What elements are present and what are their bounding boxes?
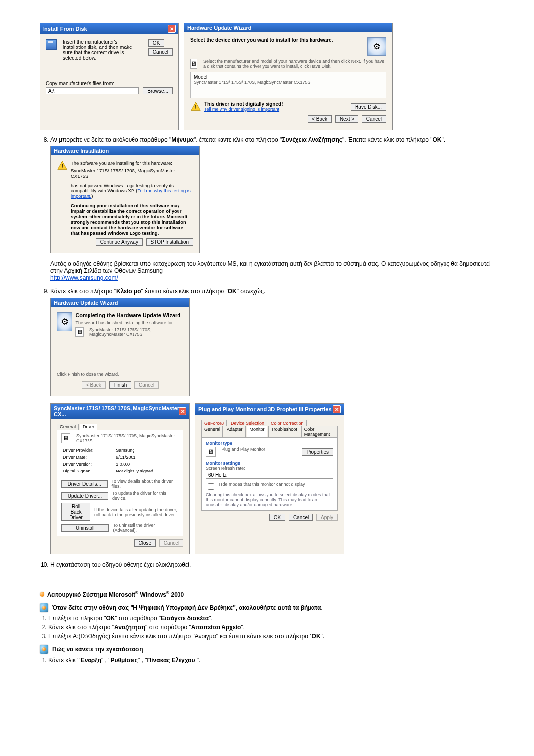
drive-select[interactable]: A:\ — [46, 87, 139, 94]
cancel-button[interactable]: Cancel — [289, 514, 313, 521]
wizard-icon: ⚙︎ — [367, 37, 386, 56]
step8-frag: Αν μπορείτε να δείτε το ακόλουθο παράθυρ… — [50, 136, 171, 143]
complete-device: SyncMaster 171S/ 175S/ 170S, MagicSyncMa… — [89, 327, 183, 337]
prov-l: Driver Provider: — [62, 447, 114, 453]
stop-install-button[interactable]: STOP Installation — [146, 238, 193, 246]
date-v: 9/11/2001 — [115, 454, 178, 460]
step8-frag: ". Έπειτα κάντε κλικ στο πλήκτρο " — [342, 136, 432, 143]
warning-icon: ! — [57, 160, 68, 171]
select-device-label: Select the device driver you want to ins… — [190, 37, 333, 43]
cancel-button[interactable]: Cancel — [362, 115, 386, 123]
tab-general[interactable]: General — [201, 426, 223, 437]
rollback-button[interactable]: Roll Back Driver — [61, 503, 90, 521]
hide-modes-checkbox[interactable] — [208, 483, 214, 490]
update-driver-button[interactable]: Update Driver... — [61, 492, 108, 500]
step-8: Αν μπορείτε να δείτε το ακόλουθο παράθυρ… — [50, 136, 494, 281]
tab-trouble[interactable]: Troubleshoot — [268, 426, 300, 437]
tab-color[interactable]: Color Correction — [268, 420, 307, 426]
hw-install-dialog: Hardware Installation ! The software you… — [50, 146, 200, 253]
select-device-hint: Select the manufacturer and model of you… — [203, 59, 386, 69]
ver-l: Driver Version: — [62, 461, 114, 467]
step-10: Η εγκατάσταση του οδηγού οθόνης έχει ολο… — [50, 561, 494, 568]
win2000-title-a: Λειτουργικό Σύστημα Microsoft — [47, 591, 135, 598]
step8-continue: Συνέχεια Αναζήτησης — [282, 136, 342, 143]
tab-adapter[interactable]: Adapter — [224, 426, 246, 437]
finish-button[interactable]: Finish — [109, 381, 132, 389]
screenshots-install-and-wizard: Install From Disk ✕ Insert the manufactu… — [40, 23, 494, 130]
cancel-button[interactable]: Cancel — [148, 48, 173, 56]
win2000-title-c: 2000 — [169, 591, 184, 598]
why-signing-link[interactable]: Tell me why driver signing is important — [204, 107, 283, 112]
ok-button[interactable]: OK — [269, 514, 285, 521]
browse-button[interactable]: Browse... — [143, 87, 173, 94]
hw-install-warn: Continuing your installation of this sof… — [71, 203, 193, 236]
model-label: Model — [194, 74, 383, 80]
hw-install-line1: The software you are installing for this… — [71, 160, 193, 166]
step8-ok: OK — [433, 136, 442, 143]
refresh-label: Screen refresh rate: — [206, 466, 333, 471]
hw-update-wizard-title: Hardware Update Wizard — [187, 25, 252, 31]
howto-step-1: Κάντε κλικ "Έναρξη" , "Ρυθμίσεις" , "Πίν… — [48, 657, 494, 663]
close-button[interactable]: Close — [134, 539, 156, 547]
driver-details-button[interactable]: Driver Details... — [61, 480, 108, 488]
digsig-step-1: Επιλέξτε το πλήκτρο "OK" στο παράθυρο "Ε… — [48, 615, 494, 622]
info-icon — [40, 603, 48, 612]
next-button[interactable]: Next > — [335, 115, 358, 123]
sign-l: Digital Signer: — [62, 468, 114, 474]
monitor-type-header: Monitor type — [206, 441, 333, 446]
monitor-settings-header: Monitor settings — [206, 461, 333, 466]
step9-frag: Κάντε κλικ στο πλήκτρο " — [50, 288, 116, 295]
tab-driver[interactable]: Driver — [80, 424, 97, 430]
hw-install-title: Hardware Installation — [54, 148, 109, 154]
tab-devsel[interactable]: Device Selection — [228, 420, 267, 426]
prov-v: Samsung — [115, 447, 178, 453]
back-button[interactable]: < Back — [308, 115, 332, 123]
uninstall-button[interactable]: Uninstall — [61, 524, 109, 532]
date-l: Driver Date: — [62, 454, 114, 460]
hw-install-line3b: ) — [91, 193, 93, 199]
monitor-icon: 🖥 — [61, 433, 70, 443]
complete-wizard-dialog: Hardware Update Wizard ⚙︎ Completing the… — [50, 298, 190, 396]
tab-gf[interactable]: GeForce3 — [201, 420, 227, 426]
complete-line: The wizard has finished installing the s… — [75, 320, 183, 325]
tab-general[interactable]: General — [57, 424, 79, 430]
cancel-button: Cancel — [134, 381, 159, 389]
pnp-monitor-name: Plug and Play Monitor — [222, 447, 265, 452]
ok-button[interactable]: OK — [148, 39, 164, 47]
apply-button: Apply — [316, 514, 338, 521]
uninstall-txt: To uninstall the driver (Advanced). — [113, 523, 179, 533]
step9-frag: " έπειτα κάντε κλικ στο πλήκτρο " — [141, 288, 228, 295]
win2000-title-b: Windows — [138, 591, 166, 598]
tab-monitor[interactable]: Monitor — [247, 426, 267, 437]
have-disk-button[interactable]: Have Disk... — [351, 103, 386, 111]
driver-device: SyncMaster 171S/ 175S/ 170S, MagicSyncMa… — [76, 433, 179, 443]
install-from-disk-title: Install From Disk — [43, 26, 87, 32]
step8-msg: Μήνυμα — [171, 136, 194, 143]
install-from-disk-msg: Insert the manufacturer's installation d… — [63, 39, 137, 61]
step8-frag: ", έπειτα κάντε κλικ στο πλήκτρο " — [194, 136, 282, 143]
pnp-props-dialog: Plug and Play Monitor and 3D Prophet III… — [195, 403, 344, 554]
logo-note-paragraph: Αυτός ο οδηγός οθόνης βρίσκεται υπό κατο… — [50, 260, 494, 274]
properties-button[interactable]: Properties — [302, 448, 333, 456]
info-icon — [40, 645, 48, 654]
tab-colormgmt[interactable]: Color Management — [301, 426, 338, 437]
close-icon[interactable]: ✕ — [179, 407, 186, 415]
warning-icon: ! — [190, 101, 201, 112]
update-driver-txt: To update the driver for this device. — [112, 491, 179, 501]
digsig-step-3: Επιλέξτε A:(D:\Οδηγός) έπειτα κάντε κλικ… — [48, 633, 494, 640]
hide-modes-label: Hide modes that this monitor cannot disp… — [219, 482, 305, 487]
hide-modes-hint: Clearing this check box allows you to se… — [206, 492, 333, 507]
driver-props-dialog: SyncMaster 171S/ 175S/ 170S, MagicSyncMa… — [50, 403, 190, 554]
refresh-select[interactable]: 60 Hertz — [206, 472, 333, 479]
step9-close: Κλείσιμο — [116, 288, 141, 295]
close-icon[interactable]: ✕ — [333, 405, 341, 413]
step9-ok: OK — [228, 288, 237, 295]
close-icon[interactable]: ✕ — [168, 25, 176, 33]
win2000-section-header: Λειτουργικό Σύστημα Microsoft® Windows® … — [40, 590, 494, 598]
samsung-url[interactable]: http://www.samsung.com/ — [50, 274, 494, 281]
continue-anyway-button[interactable]: Continue Anyway — [96, 238, 143, 246]
hw-install-line2: SyncMaster 171S/ 175S/ 170S, MagicSyncMa… — [71, 168, 193, 179]
digital-signature-heading: Όταν δείτε στην οθόνη σας "Η Ψηφιακή Υπο… — [52, 604, 323, 611]
wizard-icon: ⚙︎ — [57, 312, 72, 331]
copy-from-label: Copy manufacturer's files from: — [46, 81, 173, 86]
